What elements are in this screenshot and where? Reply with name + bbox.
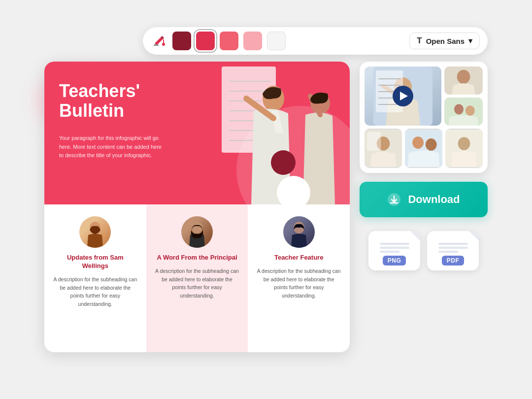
column-heading-1: Updates from Sam Wellings bbox=[53, 254, 137, 270]
column-2: A Word From the Principal A description … bbox=[146, 204, 248, 352]
img-slot-bottom-1 bbox=[365, 129, 402, 168]
font-selector[interactable]: T Open Sans ▾ bbox=[409, 33, 480, 49]
file-corner-pdf bbox=[469, 231, 479, 241]
avatar-3 bbox=[283, 216, 315, 248]
svg-point-30 bbox=[454, 104, 464, 114]
file-line bbox=[380, 247, 409, 249]
file-lines-png bbox=[380, 243, 409, 253]
download-icon bbox=[387, 193, 401, 206]
file-lines-pdf bbox=[438, 243, 468, 253]
image-grid-top bbox=[365, 66, 483, 126]
hero-paragraph: Your paragraph for this infographic will… bbox=[59, 134, 167, 160]
img-slot-bottom-3 bbox=[445, 129, 483, 168]
play-triangle-icon bbox=[400, 92, 408, 100]
toolbar: T Open Sans ▾ bbox=[143, 27, 488, 55]
img-slot-bottom-2 bbox=[405, 129, 442, 168]
svg-point-36 bbox=[412, 136, 424, 149]
file-line bbox=[438, 243, 468, 245]
file-line bbox=[380, 251, 399, 253]
chevron-down-icon: ▾ bbox=[468, 36, 472, 45]
column-text-1: A description for the subheading can be … bbox=[53, 275, 137, 308]
png-button[interactable]: PNG bbox=[368, 231, 420, 270]
svg-point-28 bbox=[457, 70, 470, 84]
column-3: Teacher Feature A description for the su… bbox=[248, 204, 350, 352]
infographic-card: Teachers' Bulletin Your paragraph for th… bbox=[44, 62, 350, 352]
svg-rect-0 bbox=[154, 44, 159, 46]
file-line bbox=[380, 243, 409, 245]
png-label: PNG bbox=[383, 256, 406, 266]
deco-circle-dark bbox=[271, 150, 296, 175]
img-slot-top-right bbox=[444, 66, 483, 95]
download-button[interactable]: Download bbox=[360, 182, 488, 217]
hero-image bbox=[202, 62, 350, 204]
color-swatch-dark-red[interactable] bbox=[172, 32, 191, 50]
file-line bbox=[438, 251, 458, 253]
column-heading-2: A Word From the Principal bbox=[157, 254, 237, 262]
play-button[interactable] bbox=[393, 86, 413, 106]
color-swatch-medium-red[interactable] bbox=[196, 32, 215, 50]
svg-point-1 bbox=[162, 43, 165, 46]
right-panel: Download PNG PDF bbox=[360, 62, 488, 270]
color-swatch-light-red[interactable] bbox=[220, 32, 238, 50]
file-corner-png bbox=[410, 231, 420, 241]
img-slot-bottom-right bbox=[444, 98, 483, 126]
svg-point-31 bbox=[466, 105, 475, 116]
font-name-label: Open Sans bbox=[426, 37, 465, 45]
avatar-2 bbox=[181, 216, 213, 248]
color-swatch-pink[interactable] bbox=[243, 32, 262, 50]
pdf-button[interactable]: PDF bbox=[427, 231, 479, 270]
svg-rect-34 bbox=[367, 132, 381, 151]
file-line bbox=[438, 247, 468, 249]
img-slot-right-stack bbox=[444, 66, 483, 126]
img-row-bottom bbox=[365, 129, 483, 168]
pdf-label: PDF bbox=[442, 256, 465, 266]
img-slot-main bbox=[365, 66, 441, 126]
hero-title: Teachers' Bulletin bbox=[59, 81, 177, 120]
svg-point-39 bbox=[458, 137, 470, 150]
avatar-1 bbox=[79, 216, 111, 248]
file-formats: PNG PDF bbox=[360, 226, 488, 270]
image-grid-card bbox=[360, 62, 488, 173]
font-t-icon: T bbox=[417, 36, 422, 46]
color-swatch-white[interactable] bbox=[267, 32, 286, 50]
svg-point-37 bbox=[426, 138, 437, 151]
column-text-2: A description for the subheading can be … bbox=[155, 267, 239, 300]
svg-point-16 bbox=[192, 222, 202, 233]
columns-section: Updates from Sam Wellings A description … bbox=[44, 204, 350, 352]
paint-bucket-icon bbox=[151, 33, 167, 49]
column-1: Updates from Sam Wellings A description … bbox=[44, 204, 146, 352]
column-text-3: A description for the subheading can be … bbox=[257, 267, 341, 300]
column-heading-3: Teacher Feature bbox=[274, 254, 323, 262]
hero-section: Teachers' Bulletin Your paragraph for th… bbox=[44, 62, 350, 204]
download-label: Download bbox=[408, 193, 460, 206]
